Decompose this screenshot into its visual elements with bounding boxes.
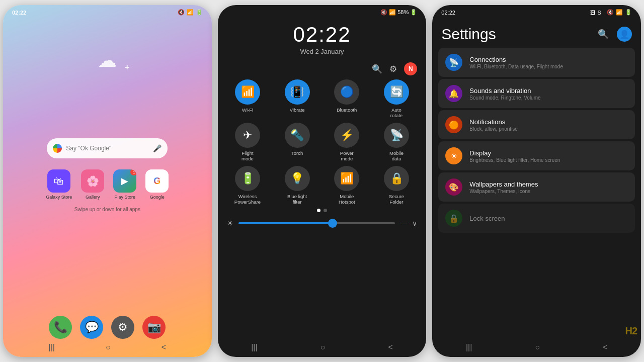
connections-text: Connections Wi-Fi, Bluetooth, Data usage… <box>469 56 628 69</box>
dock-camera[interactable]: 📷 <box>142 316 166 339</box>
brightness-low-icon: ☀ <box>227 219 233 227</box>
nav2-home-button[interactable]: ○ <box>320 343 326 352</box>
wifi-tile-label: Wi-Fi <box>242 107 253 113</box>
messages-dock-icon: 💬 <box>85 321 99 334</box>
brightness-thumb[interactable] <box>328 219 337 228</box>
display-subtitle: Brightness, Blue light filter, Home scre… <box>469 157 628 163</box>
google-app-icon: G <box>145 169 169 193</box>
nav3-home-button[interactable]: ○ <box>535 343 540 352</box>
nav-recent-button[interactable]: ||| <box>49 343 55 352</box>
phone3-nav-bar: ||| ○ < <box>432 341 641 354</box>
display-text: Display Brightness, Blue light filter, H… <box>469 149 628 163</box>
phone3-status-icon-1: 🖼 <box>590 10 596 16</box>
brightness-expand-icon[interactable]: ∨ <box>412 219 417 227</box>
nav2-recent-button[interactable]: ||| <box>251 343 257 352</box>
phone3-status-bar: 02:22 🖼 S · 🔇 📶 🔋 <box>432 5 641 18</box>
nav-home-button[interactable]: ○ <box>106 343 111 352</box>
qs-settings-icon[interactable]: ⚙ <box>389 64 397 74</box>
settings-item-display[interactable]: ☀ Display Brightness, Blue light filter,… <box>438 141 635 170</box>
app-play-store[interactable]: ▶ 1 Play Store <box>113 169 136 200</box>
qs-user-avatar[interactable]: N <box>404 62 417 75</box>
mobiledata-tile-label: Mobiledata <box>389 150 404 162</box>
nav-back-button[interactable]: < <box>162 343 166 352</box>
settings-item-connections[interactable]: 📡 Connections Wi-Fi, Bluetooth, Data usa… <box>438 48 635 77</box>
app-galaxy-store[interactable]: 🛍 Galaxy Store <box>46 169 72 200</box>
torch-tile-icon: 🔦 <box>285 123 310 148</box>
qs-search-icon[interactable]: 🔍 <box>372 64 382 74</box>
settings-item-lockscreen[interactable]: 🔒 Lock screen <box>438 204 635 233</box>
phone1-dock: 📞 💬 ⚙ 📷 <box>3 312 212 343</box>
qs-tile-vibrate[interactable]: 📳 Vibrate <box>274 79 320 119</box>
qs-tile-hotspot[interactable]: 📶 MobileHotspot <box>324 166 370 205</box>
bluelight-symbol: 💡 <box>290 172 304 185</box>
phone3-status-icon-2: S <box>598 10 601 16</box>
settings-item-sounds[interactable]: 🔔 Sounds and vibration Sound mode, Ringt… <box>438 79 635 108</box>
autorotate-symbol: 🔄 <box>390 85 404 99</box>
qs-grid-row2: ✈ Flightmode 🔦 Torch ⚡ Powermode 📡 Mobil… <box>218 123 427 162</box>
settings-item-notifications[interactable]: 🟠 Notifications Block, allow, prioritise <box>438 110 635 139</box>
phone1-content: ☁ + Say "Ok Google" 🎤 🛍 Galaxy Store 🌸 G… <box>3 18 212 354</box>
wallpaper-icon: 🎨 <box>445 178 462 196</box>
mute-icon2: 🔇 <box>380 9 387 15</box>
lockscreen-icon: 🔒 <box>445 210 462 227</box>
qs-tile-mobiledata[interactable]: 📡 Mobiledata <box>374 123 420 162</box>
qs-tile-bluelight[interactable]: 💡 Blue lightfilter <box>274 166 320 205</box>
lockscreen-text: Lock screen <box>469 215 628 222</box>
settings-user-avatar[interactable]: 👤 <box>617 27 632 42</box>
play-store-badge: 1 <box>130 169 136 175</box>
cloud-plus-icon: + <box>125 63 129 72</box>
settings-item-wallpaper[interactable]: 🎨 Wallpapers and themes Wallpapers, Them… <box>438 172 635 202</box>
display-title: Display <box>469 149 628 157</box>
notifications-subtitle: Block, allow, prioritise <box>469 126 628 132</box>
sounds-title: Sounds and vibration <box>469 87 628 95</box>
connections-icon: 📡 <box>445 54 462 71</box>
powershare-symbol: 🔋 <box>241 172 255 185</box>
dock-settings[interactable]: ⚙ <box>111 316 134 339</box>
powershare-tile-icon: 🔋 <box>235 166 260 191</box>
mic-icon[interactable]: 🎤 <box>153 144 162 152</box>
settings-header-icons: 🔍 👤 <box>598 27 632 42</box>
nav2-back-button[interactable]: < <box>388 343 392 352</box>
settings-search-icon[interactable]: 🔍 <box>598 29 609 40</box>
flightmode-tile-label: Flightmode <box>242 150 254 162</box>
autorotate-tile-label: Autorotate <box>390 107 403 119</box>
qs-tile-autorotate[interactable]: 🔄 Autorotate <box>374 79 420 119</box>
brightness-track[interactable] <box>238 222 395 224</box>
lockscreen-icon-symbol: 🔒 <box>449 214 459 223</box>
phone3-status-icons: 🖼 S · 🔇 📶 🔋 <box>590 9 632 16</box>
nav3-recent-button[interactable]: ||| <box>466 343 472 352</box>
qs-tile-wifi[interactable]: 📶 Wi-Fi <box>225 79 271 119</box>
gallery-icon: 🌸 <box>81 169 104 193</box>
qs-tile-securefolder[interactable]: 🔒 SecureFolder <box>374 166 420 205</box>
qs-tile-flightmode[interactable]: ✈ Flightmode <box>225 123 271 162</box>
galaxy-store-icon: 🛍 <box>47 169 70 193</box>
wallpaper-subtitle: Wallpapers, Themes, Icons <box>469 189 628 194</box>
qs-date: Wed 2 January <box>218 48 427 55</box>
app-gallery[interactable]: 🌸 Gallery <box>81 169 104 200</box>
dock-phone[interactable]: 📞 <box>49 316 72 339</box>
dock-messages[interactable]: 💬 <box>80 316 103 339</box>
cloud-widget[interactable]: ☁ + <box>87 48 127 73</box>
notifications-icon-symbol: 🟠 <box>449 120 459 130</box>
nav3-back-button[interactable]: < <box>603 343 607 352</box>
qs-tile-bluetooth[interactable]: 🔵 Bluetooth <box>324 79 370 119</box>
qs-tile-powermode[interactable]: ⚡ Powermode <box>324 123 370 162</box>
google-search-bar[interactable]: Say "Ok Google" 🎤 <box>47 138 168 158</box>
flightmode-tile-icon: ✈ <box>235 123 260 148</box>
qs-dot-2 <box>324 209 327 212</box>
phone1-status-icons: 🔇 📶 🔋 <box>178 9 203 16</box>
qs-tile-powershare[interactable]: 🔋 WirelessPowerShare <box>225 166 271 205</box>
sounds-subtitle: Sound mode, Ringtone, Volume <box>469 95 628 101</box>
phone2-nav-bar: ||| ○ < <box>218 341 427 354</box>
wallpaper-title: Wallpapers and themes <box>469 180 628 188</box>
battery-icon: 🔋 <box>196 9 203 16</box>
hotspot-tile-icon: 📶 <box>334 166 359 191</box>
app-google[interactable]: G Google <box>145 169 169 200</box>
cloud-icon: ☁ <box>98 49 117 71</box>
securefolder-tile-icon: 🔒 <box>384 166 409 191</box>
qs-tile-torch[interactable]: 🔦 Torch <box>274 123 320 162</box>
brightness-control[interactable]: ☀ — ∨ <box>218 216 427 230</box>
wallpaper-icon-symbol: 🎨 <box>449 183 459 192</box>
phone-dock-icon: 📞 <box>54 321 67 334</box>
autorotate-tile-icon: 🔄 <box>384 79 409 105</box>
